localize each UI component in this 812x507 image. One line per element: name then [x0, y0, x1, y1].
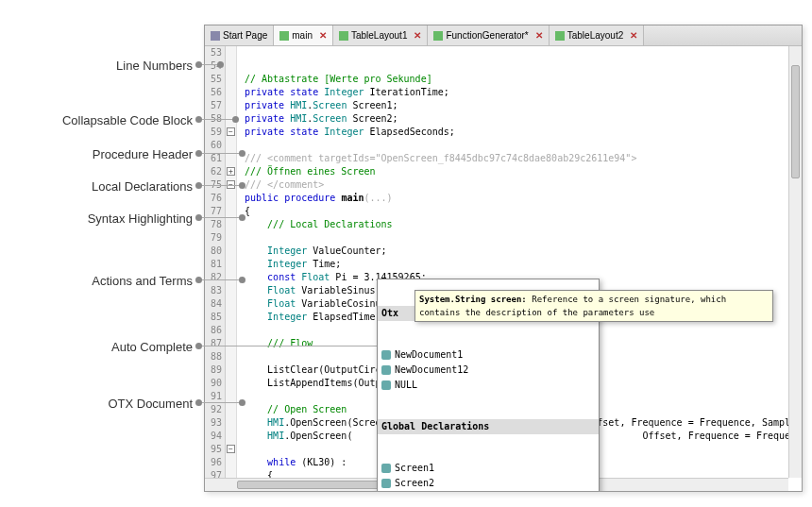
code-line[interactable]: private state Integer ElapsedSeconds;: [245, 126, 802, 139]
tab-functiongenerator-[interactable]: FunctionGenerator*✕: [428, 25, 549, 45]
line-number: 95: [205, 443, 222, 456]
tab-label: main: [292, 30, 313, 41]
close-icon[interactable]: ✕: [319, 30, 327, 41]
line-number: 89: [205, 363, 222, 377]
autocomplete-item[interactable]: NULL: [378, 378, 599, 393]
autocomplete-item[interactable]: Screen1: [378, 461, 599, 476]
autocomplete-item[interactable]: NewDocument12: [378, 363, 599, 378]
line-number: 86: [205, 324, 222, 337]
annotation-syntax-hl: Syntax Highlighting: [88, 211, 193, 226]
line-number: 55: [205, 73, 222, 86]
line-number: 61: [205, 152, 222, 165]
code-line[interactable]: /// Öffnen eines Screen: [245, 165, 802, 178]
autocomplete-header: Global Declarations: [378, 419, 599, 434]
close-icon[interactable]: ✕: [414, 30, 421, 41]
annotation-target-dot: [239, 182, 245, 189]
autocomplete-item-label: Screen2: [395, 477, 434, 490]
annotation-dot: [195, 343, 202, 349]
connector: [202, 185, 242, 186]
line-number: 78: [205, 218, 222, 231]
tooltip-title: System.String screen:: [419, 295, 527, 304]
annotation-dot: [195, 182, 202, 189]
line-number: 77: [205, 205, 222, 218]
annotation-target-dot: [232, 116, 239, 123]
tab-tablelayout1[interactable]: TableLayout1✕: [333, 25, 429, 45]
tab-bar: Start Pagemain✕TableLayout1✕FunctionGene…: [205, 25, 802, 46]
autocomplete-item-label: NULL: [395, 379, 417, 392]
code-line[interactable]: private state Integer IterationTime;: [245, 86, 802, 99]
code-line[interactable]: private HMI.Screen Screen2;: [245, 112, 802, 126]
annotation-line-numbers: Line Numbers: [116, 59, 193, 73]
fold-column: −+−−−: [226, 46, 237, 491]
line-number: 53: [205, 46, 222, 59]
line-number: 59: [205, 126, 222, 139]
fold-toggle-icon[interactable]: +: [227, 167, 235, 176]
line-number: 88: [205, 350, 222, 363]
code-editor-window: Start Pagemain✕TableLayout1✕FunctionGene…: [204, 25, 803, 492]
annotation-target-dot: [239, 150, 245, 157]
tab-tablelayout2[interactable]: TableLayout2✕: [550, 25, 645, 45]
annotation-dot: [195, 399, 202, 406]
tab-main[interactable]: main✕: [274, 25, 333, 45]
annotation-dot: [195, 277, 202, 283]
annotation-dot: [195, 214, 202, 221]
code-line[interactable]: [245, 231, 802, 245]
code-line[interactable]: /// Local Declarations: [245, 218, 802, 231]
tab-label: FunctionGenerator*: [446, 30, 528, 41]
line-number: 62: [205, 165, 222, 178]
autocomplete-item-label: Screen1: [395, 462, 434, 475]
autocomplete-item[interactable]: NewDocument1: [378, 347, 599, 363]
annotation-target-dot: [239, 277, 245, 283]
code-line[interactable]: /// <comment targetIds="OpenScreen_f8445…: [245, 152, 802, 165]
close-icon[interactable]: ✕: [630, 30, 637, 41]
member-icon: [381, 464, 391, 473]
line-number: 82: [205, 271, 222, 284]
fold-toggle-icon[interactable]: −: [227, 445, 235, 453]
tab-label: TableLayout1: [351, 30, 408, 41]
line-number: 57: [205, 99, 222, 112]
vertical-scrollbar[interactable]: [788, 46, 802, 478]
line-number: 76: [205, 192, 222, 205]
tab-start-page[interactable]: Start Page: [205, 25, 274, 45]
connector: [202, 217, 242, 218]
close-icon[interactable]: ✕: [535, 30, 543, 41]
scroll-thumb[interactable]: [791, 65, 800, 178]
connector: [202, 279, 242, 280]
tab-label: Start Page: [223, 30, 267, 41]
annotation-proc-header: Procedure Header: [93, 147, 193, 161]
document-icon: [555, 31, 565, 41]
document-icon: [339, 31, 348, 41]
tab-label: TableLayout2: [567, 30, 624, 41]
member-icon: [381, 350, 391, 360]
code-line[interactable]: Integer Time;: [245, 258, 802, 271]
line-number: 85: [205, 311, 222, 324]
line-number: 90: [205, 377, 222, 390]
code-line[interactable]: Integer ValueCounter;: [245, 245, 802, 258]
parameter-tooltip: System.String screen: Reference to a scr…: [414, 290, 773, 322]
connector: [202, 402, 242, 403]
code-line[interactable]: public procedure main(...): [245, 192, 802, 205]
code-line[interactable]: /// </comment>: [245, 178, 802, 192]
line-number: 92: [205, 403, 222, 416]
code-line[interactable]: {: [245, 205, 802, 218]
document-icon: [279, 31, 289, 41]
code-line[interactable]: // Abtastrate [Werte pro Sekunde]: [245, 73, 802, 86]
code-line[interactable]: [245, 139, 802, 152]
annotation-dot: [195, 116, 202, 123]
annotation-dot: [195, 61, 202, 68]
line-number-gutter: 5354555657585960616275767778798081828384…: [205, 46, 226, 491]
member-icon: [381, 365, 391, 375]
code-content[interactable]: // Abtastrate [Werte pro Sekunde]private…: [237, 46, 802, 491]
annotation-actions-terms: Actions and Terms: [92, 274, 193, 288]
line-number: 93: [205, 416, 222, 430]
connector: [202, 119, 235, 120]
autocomplete-item-label: NewDocument1: [395, 348, 463, 362]
annotation-target-dot: [217, 61, 224, 68]
autocomplete-item[interactable]: Screen2: [378, 476, 599, 491]
line-number: 83: [205, 284, 222, 297]
annotation-target-dot: [239, 399, 245, 406]
code-line[interactable]: private HMI.Screen Screen1;: [245, 99, 802, 112]
fold-toggle-icon[interactable]: −: [227, 127, 235, 136]
document-icon: [433, 31, 443, 41]
line-number: 96: [205, 456, 222, 469]
